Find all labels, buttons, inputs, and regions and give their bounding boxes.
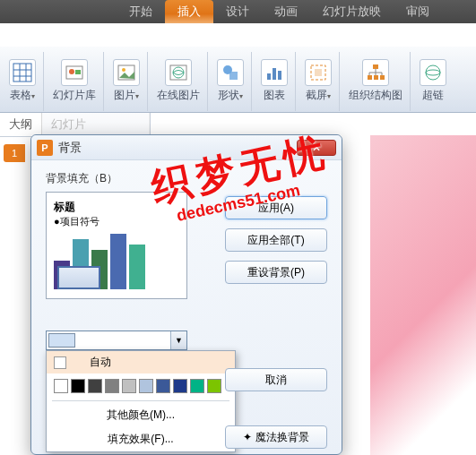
auto-label: 自动 xyxy=(90,355,111,370)
chart-icon xyxy=(261,59,288,86)
dialog-titlebar[interactable]: P 背景 ✕ xyxy=(31,135,342,160)
svg-rect-7 xyxy=(75,70,81,74)
apply-button[interactable]: 应用(A) xyxy=(225,196,327,219)
color-swatch[interactable] xyxy=(207,379,221,393)
color-swatch[interactable] xyxy=(156,379,170,393)
orgchart-icon xyxy=(362,59,389,86)
onlinepic-icon xyxy=(165,59,192,86)
tab-anim[interactable]: 动画 xyxy=(262,0,310,23)
more-colors-item[interactable]: 其他颜色(M)... xyxy=(47,403,235,427)
tab-design[interactable]: 设计 xyxy=(213,0,262,23)
color-swatch[interactable] xyxy=(71,379,85,393)
svg-point-6 xyxy=(69,69,74,74)
svg-rect-20 xyxy=(368,75,372,80)
shapes-icon xyxy=(217,59,244,86)
color-swatch[interactable] xyxy=(88,379,102,393)
svg-point-28 xyxy=(426,65,440,80)
combo-arrow-icon[interactable]: ▼ xyxy=(170,331,186,349)
outline-tab-outline[interactable]: 大纲 xyxy=(0,113,42,136)
preview-selection-handle xyxy=(57,266,100,289)
preview-bullet: ●项目符号 xyxy=(54,215,179,228)
ribbon-onlinepic[interactable]: 在线图片 xyxy=(150,52,208,111)
auto-color-row[interactable]: 自动 xyxy=(47,351,235,373)
preview-title: 标题 xyxy=(54,200,179,215)
fill-effect-item[interactable]: 填充效果(F)... xyxy=(47,427,235,451)
svg-rect-15 xyxy=(273,68,276,80)
color-swatch[interactable] xyxy=(54,379,68,393)
slide-number-badge[interactable]: 1 xyxy=(4,144,25,162)
color-swatch[interactable] xyxy=(139,379,153,393)
color-swatch[interactable] xyxy=(122,379,136,393)
color-row xyxy=(47,373,235,399)
magic-bg-button[interactable]: ✦ 魔法换背景 xyxy=(225,425,327,449)
ribbon-table[interactable]: 表格▾ xyxy=(2,52,44,111)
color-popup: 自动 其他颜色(M)... 填充效果(F)... xyxy=(46,350,236,452)
hyperlink-icon xyxy=(420,59,446,86)
ribbon-slidelib[interactable]: 幻灯片库 xyxy=(46,52,104,111)
svg-rect-0 xyxy=(13,64,31,82)
svg-rect-16 xyxy=(278,71,281,80)
apply-all-button[interactable]: 应用全部(T) xyxy=(225,228,327,252)
tab-slideshow[interactable]: 幻灯片放映 xyxy=(310,0,394,23)
svg-rect-22 xyxy=(380,75,385,80)
color-swatch[interactable] xyxy=(105,379,119,393)
current-color-swatch xyxy=(48,333,75,348)
svg-rect-13 xyxy=(229,72,238,80)
magic-icon: ✦ xyxy=(243,431,252,443)
dialog-title: 背景 xyxy=(58,140,82,156)
dialog-close-button[interactable]: ✕ xyxy=(297,140,336,156)
ribbon-shapes[interactable]: 形状▾ xyxy=(210,52,252,111)
table-icon xyxy=(9,59,36,86)
background-dialog: P 背景 ✕ 背景填充（B） 标题 ●项目符号 应用(A) 应用全部(T) 重设… xyxy=(30,134,342,455)
ribbon-picture[interactable]: 图片▾ xyxy=(106,52,148,111)
color-swatch[interactable] xyxy=(190,379,204,393)
svg-rect-14 xyxy=(267,73,271,80)
ribbon-hyperlink[interactable]: 超链 xyxy=(412,52,454,111)
ribbon-chart[interactable]: 图表 xyxy=(254,52,296,111)
ribbon-screenshot[interactable]: 截屏▾ xyxy=(298,52,340,111)
picture-icon xyxy=(113,59,140,86)
dialog-icon: P xyxy=(37,140,53,156)
svg-point-9 xyxy=(122,68,125,72)
color-swatch[interactable] xyxy=(173,379,187,393)
slidelib-icon xyxy=(61,59,88,86)
screenshot-icon xyxy=(305,59,332,86)
tab-start[interactable]: 开始 xyxy=(117,0,165,23)
ribbon-tabs: 开始 插入 设计 动画 幻灯片放映 审阅 xyxy=(0,0,476,23)
tab-insert[interactable]: 插入 xyxy=(165,0,213,23)
cancel-button[interactable]: 取消 xyxy=(225,368,327,391)
svg-point-29 xyxy=(426,70,440,75)
outline-tab-slides[interactable]: 幻灯片 xyxy=(42,113,150,136)
svg-rect-19 xyxy=(373,64,378,69)
auto-swatch xyxy=(54,356,66,369)
fill-color-combo[interactable]: ▼ xyxy=(46,331,187,350)
bunny-ear-illustration xyxy=(456,288,476,455)
tab-review[interactable]: 审阅 xyxy=(394,0,442,23)
reset-bg-button[interactable]: 重设背景(P) xyxy=(225,261,327,284)
svg-rect-21 xyxy=(374,75,378,80)
fill-label: 背景填充（B） xyxy=(46,171,327,186)
svg-rect-18 xyxy=(315,69,322,76)
ribbon: 表格▾ 幻灯片库 图片▾ 在线图片 形状▾ 图表 截屏▾ 组织结构图 超链 xyxy=(0,47,476,113)
slide-preview xyxy=(370,135,476,455)
ribbon-orgchart[interactable]: 组织结构图 xyxy=(342,52,411,111)
fill-preview: 标题 ●项目符号 xyxy=(46,192,187,299)
